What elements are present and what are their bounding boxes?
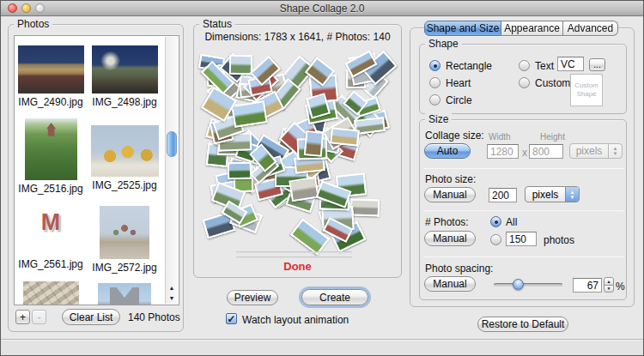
divider [423, 256, 624, 257]
list-item[interactable] [15, 281, 87, 305]
list-item[interactable]: IMG_2516.jpg [15, 118, 87, 195]
status-group-label: Status [199, 18, 235, 30]
monument-thumbnail [98, 283, 151, 305]
radio-text[interactable] [519, 60, 530, 71]
height-label: Height [540, 132, 565, 142]
list-item[interactable]: IMG_2490.jpg [15, 45, 87, 108]
width-label: Width [489, 132, 511, 142]
trees-tower-thumbnail [25, 118, 77, 180]
add-photos-button[interactable]: + [15, 310, 30, 324]
spacing-manual-button[interactable]: Manual [424, 276, 476, 292]
photo-list-scrollbar[interactable]: ▲ ▼ [165, 37, 178, 304]
radio-rectangle[interactable] [429, 60, 440, 71]
progress-bar [236, 251, 352, 253]
radio-rectangle-label: Rectangle [446, 60, 492, 72]
size-group: Size Collage size: Width Height Auto x p… [419, 119, 627, 300]
status-group: Status Dimensions: 1783 x 1641, # Photos… [193, 24, 402, 278]
tab-content-panel: Shape Rectangle Heart Circle Text ... Cu… [410, 27, 635, 307]
collage-preview [199, 51, 398, 247]
list-item[interactable]: IMG_2498.jpg [88, 45, 161, 108]
clear-list-button[interactable]: Clear List [62, 309, 120, 325]
spacing-slider[interactable] [494, 279, 562, 290]
collage-size-auto-button[interactable]: Auto [424, 143, 471, 159]
radio-all-photos[interactable] [490, 216, 501, 227]
radio-heart[interactable] [429, 77, 440, 88]
gold-domes-thumbnail [91, 125, 159, 177]
list-item[interactable] [88, 283, 161, 305]
tab-shape-and-size[interactable]: Shape and Size [424, 21, 501, 36]
radio-heart-label: Heart [446, 77, 471, 89]
down-icon: ▼ [570, 195, 575, 200]
photo-count-label: 140 Photos [128, 311, 180, 323]
spacing-input[interactable] [573, 278, 602, 293]
restore-default-button[interactable]: Restore to Default [477, 317, 568, 332]
tab-advanced[interactable]: Advanced [563, 21, 618, 36]
watch-animation-checkbox[interactable]: ✓ [226, 313, 237, 324]
text-shape-input[interactable] [557, 57, 584, 71]
tab-appearance[interactable]: Appearance [501, 21, 563, 36]
radio-circle-label: Circle [446, 94, 472, 106]
photos-group-label: Photos [14, 18, 52, 30]
num-photos-manual-button[interactable]: Manual [424, 231, 476, 246]
collage-width-input [487, 144, 519, 159]
collage-photo [350, 198, 380, 216]
radio-all-label: All [506, 216, 517, 228]
collage-photo [231, 100, 268, 128]
metro-sign-thumbnail: M [18, 206, 83, 256]
photo-list[interactable]: IMG_2490.jpgIMG_2498.jpgIMG_2516.jpgIMG_… [14, 35, 179, 305]
size-group-label: Size [425, 113, 452, 125]
photo-size-units-dropdown[interactable]: pixels ▲▼ [525, 186, 580, 202]
check-icon: ✓ [227, 314, 235, 324]
browse-text-button[interactable]: ... [589, 58, 605, 71]
basil-day-thumbnail [100, 206, 149, 259]
window-footer [1, 339, 643, 355]
preview-button[interactable]: Preview [227, 290, 278, 305]
slider-thumb[interactable] [513, 279, 524, 290]
collage-photo [330, 127, 360, 146]
collage-size-label: Collage size: [425, 130, 484, 142]
list-item[interactable]: IMG_2572.jpg [88, 206, 161, 274]
shape-group-label: Shape [425, 38, 462, 50]
tab-bar: Shape and Size Appearance Advanced [424, 21, 618, 36]
photo-size-input[interactable] [489, 188, 517, 202]
cobblestones-thumbnail [23, 281, 79, 305]
slider-track [494, 283, 562, 287]
photo-filename: IMG_2525.jpg [88, 179, 161, 191]
metro-m-glyph: M [41, 211, 61, 234]
custom-shape-well[interactable]: Custom Shape [570, 74, 603, 106]
photo-filename: IMG_2572.jpg [88, 262, 161, 274]
collage-photo [289, 177, 319, 202]
kremlin-night-thumbnail [18, 45, 84, 94]
window-title: Shape Collage 2.0 [280, 3, 365, 15]
basil-night-thumbnail [92, 45, 158, 94]
radio-photo-count[interactable] [490, 234, 501, 245]
close-icon[interactable] [8, 3, 17, 13]
scroll-up-icon[interactable]: ▲ [166, 282, 178, 293]
zoom-icon[interactable] [35, 3, 45, 13]
scroll-down-icon[interactable]: ▼ [166, 293, 178, 303]
create-button[interactable]: Create [301, 289, 368, 305]
down-icon: ▼ [613, 151, 618, 156]
photo-count-input[interactable] [506, 232, 537, 246]
collage-photo [228, 162, 252, 179]
photo-size-manual-button[interactable]: Manual [424, 187, 476, 202]
radio-custom[interactable] [519, 77, 530, 88]
list-item[interactable]: IMG_2525.jpg [88, 125, 161, 191]
radio-circle[interactable] [429, 94, 440, 106]
list-item[interactable]: MIMG_2561.jpg [15, 206, 87, 270]
photo-filename: IMG_2516.jpg [15, 183, 87, 195]
photos-suffix-label: photos [544, 234, 574, 246]
minimize-icon[interactable] [21, 3, 31, 13]
num-photos-label: # Photos: [425, 216, 469, 228]
photo-filename: IMG_2561.jpg [15, 258, 87, 270]
photo-spacing-label: Photo spacing: [425, 262, 493, 275]
titlebar: Shape Collage 2.0 [1, 1, 643, 16]
photo-size-label: Photo size: [425, 173, 476, 185]
watch-animation-label: Watch layout animation [242, 314, 349, 326]
percent-label: % [616, 281, 625, 293]
scrollbar-thumb[interactable] [167, 131, 177, 157]
photos-group: Photos IMG_2490.jpgIMG_2498.jpgIMG_2516.… [8, 24, 184, 332]
collage-height-input [529, 144, 563, 159]
step-down-icon[interactable]: ▼ [604, 285, 614, 293]
spacing-stepper[interactable]: ▲ ▼ [604, 277, 614, 293]
